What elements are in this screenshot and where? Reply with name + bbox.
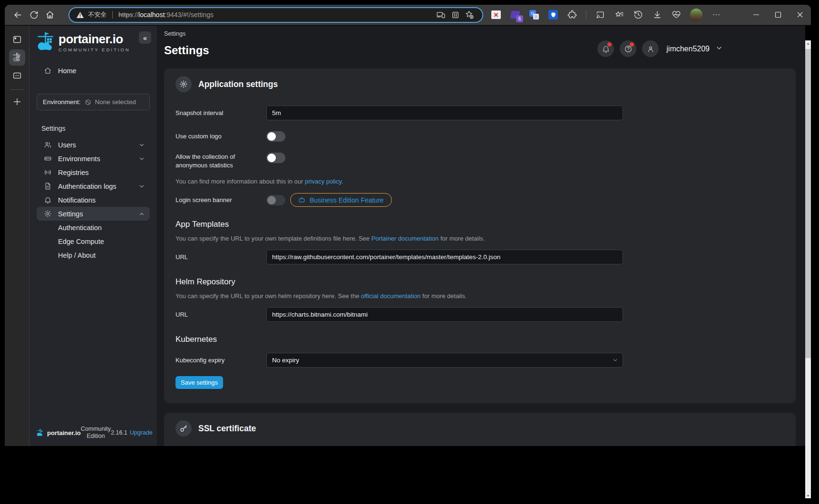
key-icon-badge xyxy=(176,420,192,436)
favorites-button[interactable] xyxy=(614,10,624,20)
browser-essentials-icon xyxy=(672,10,681,19)
snapshot-interval-input[interactable] xyxy=(266,106,623,120)
footer-edition: Community Edition xyxy=(81,426,111,440)
version-number: 2.16.1 xyxy=(111,429,127,436)
add-favorite-button[interactable] xyxy=(462,8,477,22)
history-button[interactable] xyxy=(633,10,644,20)
sidebar-item-home[interactable]: Home xyxy=(37,64,150,78)
address-bar[interactable]: 不安全 https://localhost:9443/#!/settings xyxy=(68,7,483,23)
sidebar-item-authentication-logs[interactable]: Authentication logs xyxy=(37,179,150,193)
sidebar-subitem-edge-compute[interactable]: Edge Compute xyxy=(37,234,150,248)
url-text[interactable]: https://localhost:9443/#!/settings xyxy=(118,11,214,19)
refresh-button[interactable] xyxy=(26,7,42,23)
bitwarden-button[interactable] xyxy=(548,10,558,20)
logo-subtitle: COMMUNITY EDITION xyxy=(58,47,130,52)
browser-essentials-button[interactable] xyxy=(671,10,682,20)
page-scrollbar[interactable]: ▲ ▼ xyxy=(805,40,811,498)
sidebar-item-environments[interactable]: Environments xyxy=(37,152,150,165)
environment-selector[interactable]: Environment: None selected xyxy=(37,94,150,110)
note-text: . xyxy=(341,178,343,185)
send-to-device-icon xyxy=(436,10,446,19)
sidebar-item-settings[interactable]: Settings xyxy=(37,207,150,221)
cast-button[interactable] xyxy=(595,10,605,20)
sidebar-item-notifications[interactable]: Notifications xyxy=(37,193,150,207)
gear-icon xyxy=(44,210,52,218)
main-content: Settings Settings jimchen5209 xyxy=(157,26,805,446)
send-to-device-button[interactable] xyxy=(434,8,448,22)
back-button[interactable] xyxy=(10,7,26,23)
extension-purple-button[interactable]: 6 xyxy=(510,10,520,20)
minimize-button[interactable] xyxy=(745,5,767,25)
sidebar-item-users[interactable]: Users xyxy=(37,138,150,152)
sidebar-subitem-authentication[interactable]: Authentication xyxy=(37,221,150,234)
close-button[interactable] xyxy=(789,5,811,25)
sidebar-subitem-help-about[interactable]: Help / About xyxy=(37,248,150,262)
scrollbar-down-arrow[interactable]: ▼ xyxy=(805,493,811,498)
help-button[interactable] xyxy=(620,40,636,57)
anonymous-statistics-toggle[interactable] xyxy=(266,153,285,163)
translate-icon: G 文 xyxy=(529,10,539,19)
home-button[interactable] xyxy=(42,7,58,23)
portainer-favicon xyxy=(12,53,22,62)
helm-url-input[interactable] xyxy=(266,307,623,322)
maximize-button[interactable] xyxy=(767,5,789,25)
extensions-menu-button[interactable] xyxy=(567,10,577,20)
split-screen-button[interactable] xyxy=(448,8,462,22)
badge-label: Business Edition Feature xyxy=(310,196,384,204)
toolbar-separator xyxy=(586,10,586,19)
templates-url-input[interactable] xyxy=(266,250,623,264)
active-tab-portainer[interactable] xyxy=(9,49,25,66)
add-favorite-icon xyxy=(465,10,474,19)
breadcrumb[interactable]: Settings xyxy=(164,30,796,37)
user-icon xyxy=(646,45,655,53)
official-documentation-link[interactable]: official documentation xyxy=(361,292,421,300)
use-custom-logo-toggle[interactable] xyxy=(266,131,285,142)
sidebar-item-registries[interactable]: Registries xyxy=(37,165,150,179)
close-icon xyxy=(795,10,805,20)
not-secure-warning-icon xyxy=(76,11,84,19)
new-tab-button[interactable] xyxy=(9,94,25,110)
chevron-down-icon[interactable] xyxy=(715,44,723,54)
translate-button[interactable]: G 文 xyxy=(529,10,539,20)
security-label[interactable]: 不安全 xyxy=(88,10,107,19)
more-menu-button[interactable] xyxy=(711,10,722,20)
desc-text: You can specify the URL to your own temp… xyxy=(176,235,371,242)
tab-actions-button[interactable] xyxy=(9,31,25,48)
helm-desc: You can specify the URL to your own helm… xyxy=(176,292,784,300)
tab-group-button[interactable] xyxy=(9,68,25,84)
strip-divider xyxy=(10,89,24,90)
portainer-logo[interactable]: portainer.io COMMUNITY EDITION « xyxy=(29,26,157,53)
snapshot-interval-label: Snapshot interval xyxy=(176,109,266,117)
toggle-knob xyxy=(267,154,276,162)
url-path: :9443/#!/settings xyxy=(165,11,214,19)
sidebar-collapse-button[interactable]: « xyxy=(139,31,151,44)
kubeconfig-expiry-select[interactable]: No expiry xyxy=(266,353,623,368)
user-menu-button[interactable] xyxy=(642,40,659,57)
upgrade-link[interactable]: Upgrade xyxy=(130,429,153,436)
downloads-icon xyxy=(653,10,662,19)
footer-version: 2.16.1 Upgrade xyxy=(111,429,153,436)
extensions-puzzle-icon xyxy=(567,10,577,19)
window-controls xyxy=(745,5,811,25)
privacy-policy-link[interactable]: privacy policy xyxy=(305,178,341,185)
application-settings-card: Application settings Snapshot interval U… xyxy=(164,68,796,403)
extension-red-x-button[interactable]: ✕ xyxy=(491,10,501,20)
widget-header: Application settings xyxy=(176,76,784,92)
browser-tab-strip xyxy=(5,26,29,446)
username[interactable]: jimchen5209 xyxy=(666,45,710,53)
login-banner-toggle[interactable] xyxy=(266,195,285,205)
registries-icon xyxy=(44,168,52,176)
downloads-button[interactable] xyxy=(652,10,663,20)
home-icon xyxy=(45,10,55,19)
save-settings-button[interactable]: Save settings xyxy=(176,376,223,389)
tab-group-icon xyxy=(12,70,22,81)
sidebar-menu: Users Environments Registries Authentica… xyxy=(29,138,157,262)
scrollbar-thumb[interactable] xyxy=(805,49,811,358)
profile-avatar[interactable] xyxy=(690,9,702,21)
notifications-button[interactable] xyxy=(597,40,614,57)
portainer-documentation-link[interactable]: Portainer documentation xyxy=(371,235,439,242)
business-edition-badge[interactable]: Business Edition Feature xyxy=(290,193,392,207)
kubeconfig-expiry-label: Kubeconfig expiry xyxy=(176,356,266,365)
environments-icon xyxy=(44,155,52,163)
scrollbar-up-arrow[interactable]: ▲ xyxy=(805,40,811,46)
